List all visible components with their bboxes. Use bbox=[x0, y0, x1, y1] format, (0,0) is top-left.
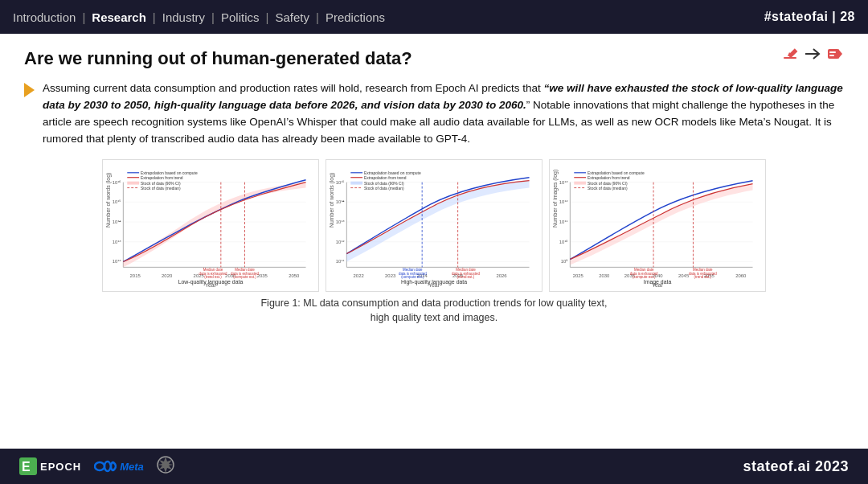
svg-text:Extrapolation from trend: Extrapolation from trend bbox=[364, 176, 407, 180]
openai-icon bbox=[157, 456, 174, 474]
chart-image-data: Number of images (log) Year 2025 2030 20… bbox=[549, 159, 766, 292]
main-content: Are we running out of human-generated da… bbox=[0, 34, 868, 341]
svg-text:Stock of data (median): Stock of data (median) bbox=[364, 187, 404, 191]
nav-predictions[interactable]: Predictions bbox=[326, 10, 385, 24]
svg-text:Number of words (log): Number of words (log) bbox=[329, 173, 335, 228]
forward-icon[interactable] bbox=[826, 45, 844, 63]
svg-rect-41 bbox=[127, 182, 139, 185]
svg-text:Number of words (log): Number of words (log) bbox=[105, 173, 112, 228]
nav-politics[interactable]: Politics bbox=[221, 10, 260, 24]
svg-text:2060: 2060 bbox=[735, 273, 747, 278]
svg-text:Extrapolation from trend: Extrapolation from trend bbox=[141, 176, 183, 180]
svg-rect-117 bbox=[574, 182, 586, 185]
svg-text:2026: 2026 bbox=[496, 273, 507, 278]
svg-text:10¹⁵: 10¹⁵ bbox=[113, 199, 122, 204]
svg-text:10¹³: 10¹³ bbox=[559, 180, 568, 185]
svg-rect-4 bbox=[828, 49, 839, 59]
svg-text:10¹¹: 10¹¹ bbox=[336, 260, 345, 265]
figure-caption-line2: high quality text and images. bbox=[24, 311, 844, 326]
charts-container: Number of words (log) Year 2015 2020 202… bbox=[24, 159, 844, 292]
svg-text:10¹¹: 10¹¹ bbox=[559, 219, 568, 224]
triangle-marker bbox=[24, 83, 35, 97]
svg-text:10¹²: 10¹² bbox=[336, 240, 345, 244]
svg-text:Extrapolation from trend: Extrapolation from trend bbox=[588, 176, 630, 180]
svg-text:10⁹: 10⁹ bbox=[561, 260, 569, 265]
svg-text:10¹⁴: 10¹⁴ bbox=[113, 219, 122, 224]
nav-introduction[interactable]: Introduction bbox=[13, 10, 76, 24]
epoch-text: EPOCH bbox=[40, 461, 81, 473]
slide-number: #stateofai | 28 bbox=[764, 10, 855, 24]
svg-text:10¹²: 10¹² bbox=[559, 199, 568, 204]
svg-marker-5 bbox=[838, 49, 842, 59]
svg-text:2030: 2030 bbox=[599, 273, 610, 278]
meta-text: Meta bbox=[120, 461, 144, 473]
meta-icon bbox=[94, 460, 117, 473]
svg-text:2050: 2050 bbox=[289, 273, 300, 278]
svg-rect-46 bbox=[327, 160, 542, 291]
svg-text:Extrapolation based on compute: Extrapolation based on compute bbox=[141, 171, 198, 175]
svg-text:Image data: Image data bbox=[644, 279, 672, 285]
slide-title: Are we running out of human-generated da… bbox=[24, 48, 844, 69]
svg-text:2023: 2023 bbox=[385, 273, 396, 278]
nav-links: Introduction | Research | Industry | Pol… bbox=[13, 10, 385, 24]
svg-text:2022: 2022 bbox=[354, 273, 364, 278]
svg-text:Stock of data (90% CI): Stock of data (90% CI) bbox=[588, 182, 628, 186]
svg-text:2020: 2020 bbox=[162, 273, 173, 278]
body-text: Assuming current data consumption and pr… bbox=[43, 80, 844, 148]
chart-low-quality-language: Number of words (log) Year 2015 2020 202… bbox=[102, 159, 319, 292]
svg-text:10¹³: 10¹³ bbox=[113, 240, 121, 244]
svg-rect-7 bbox=[829, 55, 834, 56]
svg-text:Extrapolation based on compute: Extrapolation based on compute bbox=[364, 171, 421, 175]
nav-safety[interactable]: Safety bbox=[275, 10, 309, 24]
svg-text:2045: 2045 bbox=[678, 273, 690, 278]
svg-rect-78 bbox=[350, 182, 362, 185]
svg-point-124 bbox=[95, 462, 104, 470]
svg-text:(trend est.): (trend est.) bbox=[694, 275, 712, 279]
pencil-icon[interactable] bbox=[781, 45, 799, 63]
svg-text:Stock of data (median): Stock of data (median) bbox=[588, 187, 628, 191]
bottom-brand: stateof.ai 2023 bbox=[743, 458, 849, 475]
bottom-logos: E EPOCH Meta bbox=[19, 456, 174, 477]
arrow-right-icon[interactable] bbox=[804, 45, 821, 63]
slide-navigation-icons[interactable] bbox=[781, 45, 844, 63]
svg-text:10¹⁴: 10¹⁴ bbox=[336, 199, 346, 204]
svg-text:10¹⁶: 10¹⁶ bbox=[113, 180, 122, 185]
epoch-icon: E bbox=[19, 457, 37, 475]
epoch-logo: E EPOCH bbox=[19, 457, 81, 475]
svg-text:2025: 2025 bbox=[573, 273, 584, 278]
svg-text:10¹⁵: 10¹⁵ bbox=[336, 180, 346, 185]
svg-text:10¹²: 10¹² bbox=[113, 260, 121, 265]
svg-text:Low-quality language data: Low-quality language data bbox=[178, 279, 244, 285]
svg-text:Stock of data (90% CI): Stock of data (90% CI) bbox=[364, 182, 404, 186]
svg-text:Stock of data (90% CI): Stock of data (90% CI) bbox=[141, 182, 181, 186]
nav-industry[interactable]: Industry bbox=[162, 10, 205, 24]
figure-caption-line1: Figure 1: ML data consumption and data p… bbox=[24, 297, 844, 311]
svg-text:Number of images (log): Number of images (log) bbox=[552, 170, 559, 228]
nav-research[interactable]: Research bbox=[92, 10, 146, 24]
top-navigation-bar: Introduction | Research | Industry | Pol… bbox=[0, 0, 868, 34]
svg-text:High-quality language data: High-quality language data bbox=[401, 279, 467, 285]
svg-text:Stock of data (median): Stock of data (median) bbox=[141, 187, 181, 191]
chart-high-quality-language: Number of words (log) Year 2022 2023 202… bbox=[326, 159, 542, 292]
body-intro: Assuming current data consumption and pr… bbox=[43, 82, 544, 94]
svg-text:Extrapolation based on compute: Extrapolation based on compute bbox=[588, 171, 645, 175]
svg-rect-6 bbox=[829, 51, 836, 53]
meta-logo: Meta bbox=[94, 460, 144, 473]
svg-text:E: E bbox=[22, 460, 31, 474]
svg-text:10¹³: 10¹³ bbox=[336, 219, 345, 224]
figure-caption: Figure 1: ML data consumption and data p… bbox=[24, 297, 844, 325]
svg-text:2015: 2015 bbox=[130, 273, 141, 278]
svg-text:10¹⁰: 10¹⁰ bbox=[559, 240, 569, 244]
content-block: Assuming current data consumption and pr… bbox=[24, 80, 844, 148]
bottom-bar: E EPOCH Meta stateof.ai 2023 bbox=[0, 449, 868, 484]
openai-logo bbox=[157, 456, 174, 477]
